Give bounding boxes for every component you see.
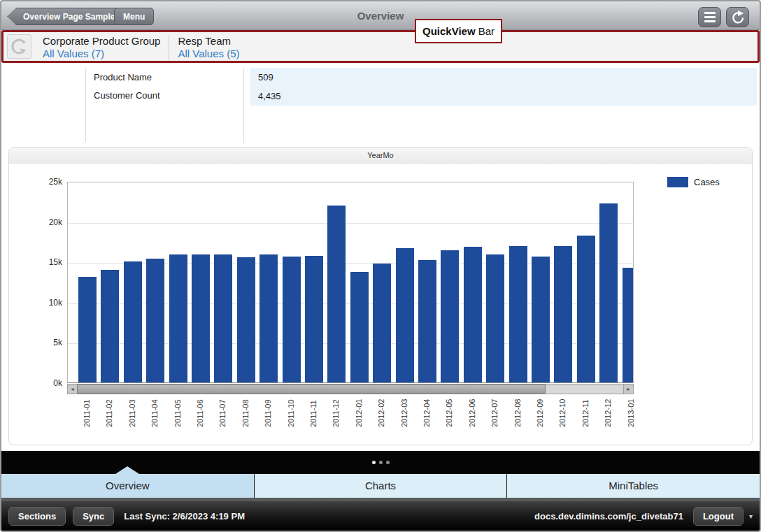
share-icon (730, 10, 746, 25)
logout-caret-icon[interactable]: ▾ (749, 512, 753, 520)
tab-charts[interactable]: Charts (255, 474, 508, 498)
quickview-field-value[interactable]: All Values (5) (178, 48, 239, 60)
x-axis-label: 2012-05 (445, 399, 453, 427)
server-address: docs.dev.dimins.com/jc_divetab71 (534, 511, 683, 522)
x-axis-label: 2013-01 (627, 399, 635, 427)
chart-bar[interactable] (599, 203, 618, 382)
table-row-label: Product Name (94, 69, 234, 87)
scroll-left-button[interactable]: ◂ (68, 384, 78, 394)
hamburger-menu-button[interactable] (698, 7, 721, 27)
y-axis-label: 25k (34, 177, 62, 187)
x-axis-label: 2012-06 (468, 399, 476, 427)
x-axis-label: 2011-01 (83, 399, 91, 427)
hamburger-icon (704, 12, 716, 22)
logout-button[interactable]: Logout (693, 507, 744, 526)
chart-bar[interactable] (146, 259, 164, 382)
active-tab-notch (115, 466, 139, 474)
chart-bar[interactable] (305, 256, 323, 382)
x-axis-label: 2012-01 (355, 399, 363, 427)
table-column-divider (243, 68, 244, 143)
page-indicator-dot (372, 461, 376, 464)
chart-bar[interactable] (350, 272, 369, 382)
y-axis-label: 15k (34, 257, 62, 267)
x-axis-label: 2012-12 (604, 399, 612, 427)
share-button[interactable] (726, 7, 749, 27)
x-axis-label: 2012-10 (558, 399, 567, 427)
tab-minitables[interactable]: MiniTables (507, 474, 760, 498)
page-indicator-dot (386, 461, 390, 464)
quickview-bar: Corporate Product GroupAll Values (7)Res… (1, 30, 760, 63)
chart-title: YearMo (9, 148, 752, 164)
chart-bar[interactable] (283, 257, 301, 382)
x-axis-label: 2011-02 (105, 399, 113, 427)
status-bar: Sections Sync Last Sync: 2/6/2023 4:19 P… (1, 501, 760, 531)
last-sync-text: Last Sync: 2/6/2023 4:19 PM (124, 511, 245, 522)
chart-bar[interactable] (373, 264, 391, 382)
x-axis-label: 2012-11 (581, 399, 590, 427)
scroll-right-button[interactable]: ▸ (623, 384, 633, 394)
chart-bar[interactable] (192, 254, 210, 382)
chart-bar[interactable] (396, 248, 414, 382)
legend-swatch (667, 177, 688, 187)
chart-panel: YearMo Cases ◂ ▸ 0k5k10k15k20k25k2011-01… (8, 147, 753, 445)
refresh-icon (10, 37, 29, 56)
y-axis-label: 0k (34, 378, 62, 388)
x-axis-label: 2011-12 (332, 399, 340, 427)
chart-scrollbar[interactable]: ◂ ▸ (67, 384, 634, 394)
chart-bar[interactable] (509, 246, 527, 382)
x-axis-label: 2012-04 (422, 399, 431, 427)
x-axis-label: 2011-06 (196, 399, 204, 427)
callout-regular-text: Bar (478, 25, 495, 37)
quickview-field-label: Corporate Product Group (43, 35, 160, 48)
scrollbar-thumb[interactable] (77, 384, 546, 394)
chart-bar[interactable] (441, 250, 459, 382)
x-axis-label: 2011-05 (173, 399, 182, 427)
x-axis-label: 2012-07 (490, 399, 499, 427)
chart-bar[interactable] (259, 254, 278, 382)
x-axis-label: 2012-03 (400, 399, 408, 427)
quickview-field-value[interactable]: All Values (7) (43, 48, 160, 60)
chart-bar[interactable] (327, 206, 346, 382)
chart-bar[interactable] (124, 261, 142, 382)
chart-bar[interactable] (623, 268, 634, 382)
chart-bar[interactable] (577, 236, 595, 382)
chart-bar[interactable] (169, 254, 187, 382)
page-title: Overview (1, 10, 760, 22)
tab-bar: OverviewChartsMiniTables (1, 474, 760, 498)
chart-bar[interactable] (464, 247, 482, 382)
x-axis-label: 2011-08 (241, 399, 250, 427)
quickview-field: Corporate Product GroupAll Values (7) (43, 34, 169, 62)
sync-button[interactable]: Sync (73, 507, 114, 526)
table-row-value: 4,435 (250, 87, 757, 106)
x-axis-label: 2011-04 (150, 399, 159, 427)
table-label-column: Product NameCustomer Count (94, 69, 234, 105)
x-axis-label: 2011-03 (128, 399, 136, 427)
chart-bar[interactable] (214, 254, 232, 382)
y-axis-label: 5k (34, 338, 62, 347)
refresh-button[interactable] (7, 34, 31, 59)
x-axis-label: 2011-07 (218, 399, 227, 427)
scroll-left-icon: ◂ (71, 386, 73, 392)
sections-button[interactable]: Sections (8, 507, 66, 526)
x-axis-label: 2012-08 (513, 399, 522, 427)
x-axis-label: 2011-11 (309, 400, 318, 427)
chart-bar[interactable] (554, 246, 572, 382)
chart-plot-area (67, 182, 634, 383)
callout-bold-text: QuickView (422, 25, 476, 37)
page-indicator-dot (379, 461, 383, 464)
tab-overview[interactable]: Overview (1, 474, 255, 498)
legend-label: Cases (694, 177, 720, 187)
chart-bar[interactable] (101, 270, 119, 382)
table-left-border (85, 68, 86, 142)
table-row-value: 509 (250, 68, 757, 87)
chart-bar[interactable] (418, 260, 436, 382)
chart-bar[interactable] (237, 257, 255, 382)
y-axis-label: 20k (34, 217, 62, 227)
chart-bar[interactable] (532, 257, 550, 382)
x-axis-label: 2011-09 (264, 399, 272, 427)
top-bar: Overview Page Sample Menu Overview (1, 1, 760, 30)
chart-bar[interactable] (78, 277, 97, 382)
x-axis-label: 2011-10 (287, 399, 295, 427)
table-value-column: 5094,435 (250, 68, 757, 106)
chart-bar[interactable] (486, 254, 504, 382)
